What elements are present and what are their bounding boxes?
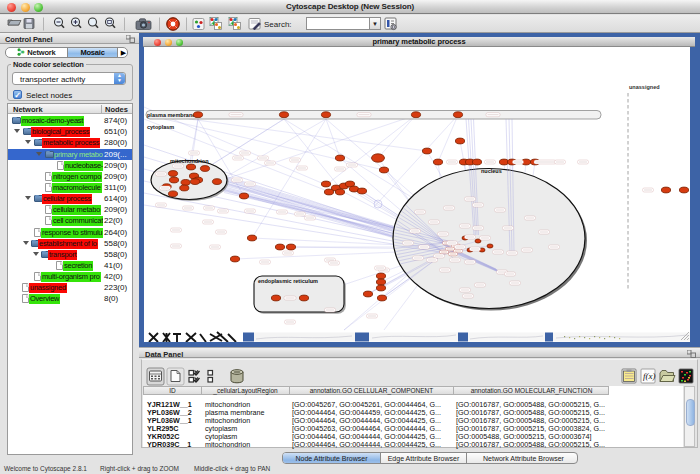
svg-text:plasma membrane: plasma membrane xyxy=(147,112,195,118)
svg-text:mitochondrion: mitochondrion xyxy=(170,158,209,164)
svg-text:unassigned: unassigned xyxy=(629,84,660,90)
svg-text:f(x): f(x) xyxy=(643,371,656,381)
svg-text:nucleus: nucleus xyxy=(481,168,502,174)
svg-text:cytoplasm: cytoplasm xyxy=(147,124,174,130)
svg-text:endoplasmic reticulum: endoplasmic reticulum xyxy=(258,278,318,284)
